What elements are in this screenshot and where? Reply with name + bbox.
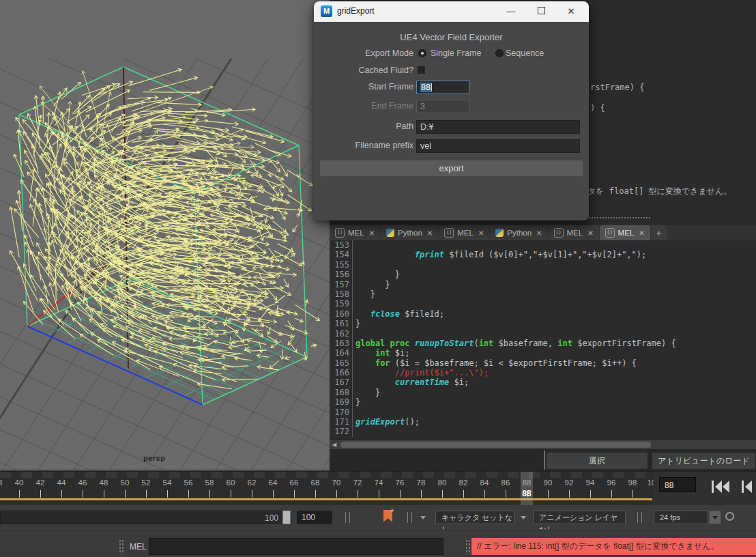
step-back-button[interactable] — [740, 479, 756, 496]
range-slider-track[interactable]: 100 — [0, 511, 291, 524]
frame-block — [338, 472, 349, 478]
single-frame-radio-label[interactable]: Single Frame — [431, 48, 481, 58]
command-input[interactable] — [149, 538, 444, 555]
character-set-field[interactable]: キャラクタ セットなし — [435, 511, 514, 524]
maximize-button[interactable] — [526, 1, 556, 22]
script-tab-mel[interactable]: {}MEL✕ — [600, 225, 650, 240]
tab-close-icon[interactable]: ✕ — [587, 229, 593, 237]
frame-number: 94 — [581, 479, 599, 487]
bookmark-add-icon: + — [390, 507, 394, 514]
frame-block — [85, 472, 96, 478]
frame-block — [317, 472, 328, 478]
range-slider-bar: 100 100 + キャラクタ セットなし アニメーション レイヤなし 24 f… — [0, 505, 756, 530]
frame-number: 40 — [10, 479, 28, 487]
range-end-label: 100 — [265, 512, 278, 524]
minimize-button[interactable]: — — [496, 1, 526, 22]
code-line: 161} — [330, 319, 756, 328]
tab-close-icon[interactable]: ✕ — [427, 229, 433, 237]
frame-number: 76 — [391, 479, 409, 487]
frame-block — [592, 472, 603, 478]
command-language-toggle[interactable]: MEL — [130, 542, 147, 552]
single-frame-radio[interactable] — [418, 49, 426, 57]
python-icon — [386, 229, 394, 237]
frame-tick — [484, 490, 485, 498]
code-line: 168 } — [330, 388, 756, 397]
code-line: 153 — [330, 240, 756, 250]
animation-layer-field[interactable]: アニメーション レイヤなし — [533, 511, 626, 524]
cached-fluid-checkbox[interactable] — [417, 66, 426, 74]
character-set-menu-icon[interactable] — [420, 516, 426, 519]
load-attributes-button[interactable]: アトリビュートのロード — [652, 452, 756, 470]
frame-number: 96 — [602, 479, 620, 487]
tab-label: MEL — [567, 229, 583, 237]
script-tab-python[interactable]: Python✕ — [381, 225, 438, 240]
sequence-radio-label[interactable]: Sequence — [506, 48, 544, 58]
frame-number: 70 — [328, 479, 345, 487]
code-line: 160 fclose $fileId; — [330, 309, 756, 319]
frame-tick — [83, 490, 83, 498]
frame-number: 42 — [31, 479, 49, 487]
script-tab-mel[interactable]: {}MEL✕ — [549, 225, 599, 240]
velocity-arrows — [10, 68, 320, 388]
auto-key-icon[interactable] — [725, 512, 734, 521]
python-icon — [495, 229, 504, 237]
script-tab-bar: {}MEL✕Python✕{}MEL✕Python✕{}MEL✕{}MEL✕+ — [330, 225, 756, 240]
result-bar-grip[interactable] — [465, 539, 471, 554]
select-button[interactable]: 選択 — [546, 452, 648, 470]
sequence-radio[interactable] — [495, 49, 504, 57]
script-tab-mel[interactable]: {}MEL✕ — [330, 225, 380, 240]
new-tab-button[interactable]: + — [651, 225, 667, 240]
script-tab-mel[interactable]: {}MEL✕ — [439, 225, 489, 240]
code-line: 156 } — [330, 270, 756, 279]
frame-tick — [506, 490, 506, 498]
dialog-titlebar[interactable]: M gridExport — ✕ — [314, 1, 589, 22]
fps-dropdown-button[interactable] — [709, 511, 721, 524]
frame-number: 84 — [476, 479, 493, 487]
command-line-bar: MEL // エラー: line 115: int[] 型のデータを float… — [0, 530, 756, 557]
viewport-panel[interactable]: persp — [0, 0, 330, 470]
tab-close-icon[interactable]: ✕ — [639, 229, 644, 237]
frame-tick — [421, 490, 422, 498]
script-tab-python[interactable]: Python✕ — [490, 225, 547, 240]
script-code-area[interactable]: 153154 fprint $fileId ($v[0]+","+$v[1]+"… — [330, 240, 756, 440]
frame-number: 92 — [560, 479, 578, 487]
filename-prefix-label: Filename prefix — [314, 141, 413, 150]
horizontal-scrollbar[interactable]: ◀ — [330, 440, 756, 450]
start-frame-label: Start Frame — [314, 82, 413, 91]
current-time-field[interactable]: 88 — [659, 477, 696, 492]
frame-block — [148, 472, 159, 478]
frame-tick — [442, 490, 443, 498]
frame-tick — [273, 490, 274, 498]
tab-close-icon[interactable]: ✕ — [369, 229, 375, 237]
toolbar-grip[interactable] — [637, 512, 642, 523]
frame-tick — [19, 490, 20, 498]
export-button[interactable]: export — [319, 160, 583, 177]
frame-tick — [358, 490, 358, 498]
fps-dropdown[interactable]: 24 fps — [654, 511, 708, 524]
range-end-handle[interactable] — [282, 511, 291, 524]
close-button[interactable]: ✕ — [556, 1, 586, 22]
frame-block — [169, 472, 180, 478]
tab-close-icon[interactable]: ✕ — [536, 229, 542, 237]
path-input[interactable]: D:¥ — [416, 120, 580, 134]
scrollbar-thumb[interactable] — [340, 442, 651, 448]
end-frame-field[interactable]: 100 — [297, 511, 332, 524]
toolbar-grip[interactable] — [407, 512, 412, 523]
frame-block — [423, 472, 434, 478]
current-frame-label: 88 — [519, 489, 534, 498]
toolbar-grip[interactable] — [345, 512, 350, 523]
frame-ruler[interactable]: 3840424446485052545658606264666870727476… — [0, 472, 654, 506]
tab-close-icon[interactable]: ✕ — [478, 229, 484, 237]
scroll-left-arrow-icon[interactable]: ◀ — [330, 440, 339, 449]
filename-prefix-input[interactable]: vel — [416, 139, 580, 153]
code-line: 165 for ($i = $baseframe; $i < $exportFi… — [330, 358, 756, 368]
anim-layer-menu-icon[interactable] — [521, 516, 526, 519]
start-frame-input[interactable]: 88 — [416, 81, 469, 94]
panel-divider — [544, 451, 545, 470]
code-line: 154 fprint $fileId ($v[0]+","+$v[1]+","+… — [330, 250, 756, 259]
go-to-start-button[interactable] — [710, 479, 731, 496]
code-line: 167 currentTime $i; — [330, 377, 756, 387]
frame-number: 82 — [454, 479, 472, 487]
error-message-bar[interactable]: // エラー: line 115: int[] 型のデータを float[] 型… — [471, 538, 756, 555]
command-bar-grip[interactable] — [119, 539, 124, 554]
